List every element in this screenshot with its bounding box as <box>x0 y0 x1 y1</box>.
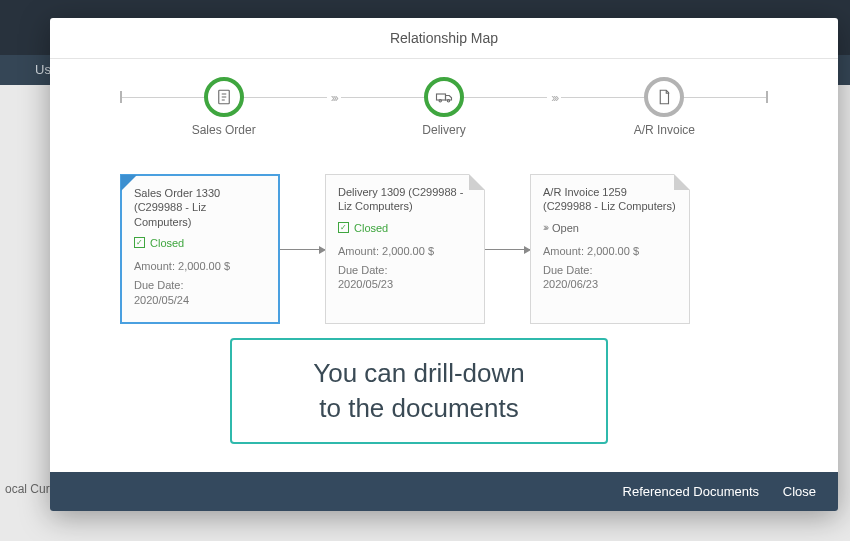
chevron-right-icon: ››› <box>543 222 547 233</box>
card-title: Delivery 1309 (C299988 - Liz Computers) <box>338 185 472 214</box>
dog-ear-icon <box>674 174 690 190</box>
checkmark-icon: ✓ <box>134 237 145 248</box>
modal-body: Sales Order ››› Delivery ››› A/R Invoice <box>50 59 838 472</box>
status-badge: Closed <box>150 237 184 249</box>
flow-step-delivery[interactable]: Delivery <box>424 77 464 117</box>
card-due-value: 2020/05/23 <box>338 278 472 290</box>
card-title: Sales Order 1330 (C299988 - Liz Computer… <box>134 186 266 229</box>
modal-footer: Referenced Documents Close <box>50 472 838 511</box>
arrow-right-icon <box>485 249 530 250</box>
flow-step-ar-invoice[interactable]: A/R Invoice <box>644 77 684 117</box>
card-title: A/R Invoice 1259 (C299988 - Liz Computer… <box>543 185 677 214</box>
chevron-right-icon: ››› <box>547 91 561 105</box>
nav-fragment: Us <box>35 62 51 77</box>
relationship-map-modal: Relationship Map Sales Order ››› <box>50 18 838 511</box>
callout-tip: You can drill-down to the documents <box>230 338 608 444</box>
dog-ear-icon <box>469 174 485 190</box>
card-ar-invoice[interactable]: A/R Invoice 1259 (C299988 - Liz Computer… <box>530 174 690 324</box>
card-amount: Amount: 2,000.00 $ <box>338 244 472 259</box>
referenced-documents-button[interactable]: Referenced Documents <box>623 484 760 499</box>
card-due-value: 2020/05/24 <box>134 294 266 306</box>
card-due-label: Due Date: <box>543 263 677 278</box>
svg-point-2 <box>439 100 441 102</box>
selected-corner-icon <box>121 175 137 191</box>
card-due-value: 2020/06/23 <box>543 278 677 290</box>
card-delivery[interactable]: Delivery 1309 (C299988 - Liz Computers) … <box>325 174 485 324</box>
card-amount: Amount: 2,000.00 $ <box>134 259 266 274</box>
card-sales-order[interactable]: Sales Order 1330 (C299988 - Liz Computer… <box>120 174 280 324</box>
svg-rect-1 <box>437 94 446 100</box>
card-due-label: Due Date: <box>134 278 266 293</box>
order-icon <box>204 77 244 117</box>
process-flow: Sales Order ››› Delivery ››› A/R Invoice <box>50 77 838 147</box>
truck-icon <box>424 77 464 117</box>
document-icon <box>644 77 684 117</box>
status-badge: Open <box>552 222 579 234</box>
card-due-label: Due Date: <box>338 263 472 278</box>
svg-point-3 <box>447 100 449 102</box>
flow-step-sales-order[interactable]: Sales Order <box>204 77 244 117</box>
status-badge: Closed <box>354 222 388 234</box>
checkmark-icon: ✓ <box>338 222 349 233</box>
arrow-right-icon <box>280 249 325 250</box>
chevron-right-icon: ››› <box>327 91 341 105</box>
card-amount: Amount: 2,000.00 $ <box>543 244 677 259</box>
modal-title: Relationship Map <box>50 18 838 59</box>
close-button[interactable]: Close <box>783 484 816 499</box>
document-cards: Sales Order 1330 (C299988 - Liz Computer… <box>120 174 768 344</box>
